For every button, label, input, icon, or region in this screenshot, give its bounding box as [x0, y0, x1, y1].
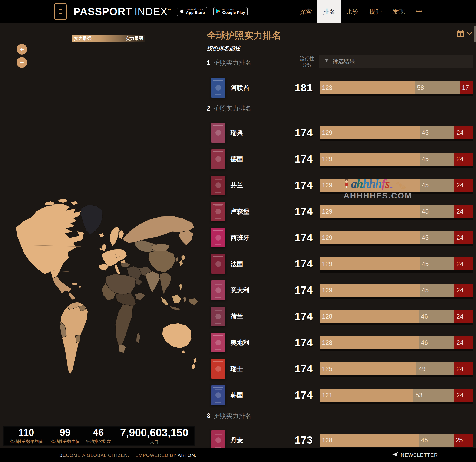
map-southern-africa[interactable] — [115, 304, 133, 346]
section-rank: 1 — [207, 59, 210, 66]
google-play-badge[interactable]: GET IT ON Google Play — [213, 7, 247, 16]
mobility-score: 174 — [283, 363, 313, 375]
segment-value: 123 — [322, 84, 332, 91]
list-header-row: 1护照实力排名 流行性 分数 筛选结果 — [207, 55, 476, 68]
segment-value: 24 — [457, 208, 463, 215]
bar-segment-visa-required: 24 — [454, 231, 473, 244]
newsletter-link[interactable]: NEWSLETTER — [392, 452, 438, 459]
segment-value: 49 — [419, 365, 425, 373]
ranking-row[interactable]: 丹麦1731284525 — [207, 430, 476, 448]
ranking-row[interactable]: 德国1741294524 — [207, 149, 476, 169]
country-name: 瑞士 — [230, 365, 283, 373]
nav-item-3[interactable]: 比较 — [341, 0, 364, 23]
country-name: 丹麦 — [230, 436, 283, 444]
mobility-score: 174 — [283, 206, 313, 218]
popularity-bar: 1284624 — [320, 310, 473, 323]
country-name: 意大利 — [230, 286, 283, 294]
section-rank: 2 — [207, 105, 210, 112]
passport-logo-icon[interactable] — [54, 3, 67, 20]
map-new-zealand[interactable] — [192, 358, 197, 370]
ranking-row[interactable]: 瑞士1741254924 — [207, 359, 476, 379]
map-horn-of-africa[interactable] — [135, 293, 145, 300]
world-map[interactable] — [9, 197, 204, 383]
mobility-score: 181 — [283, 82, 313, 94]
map-southeast-asia[interactable] — [160, 272, 171, 294]
map-greenland[interactable] — [81, 205, 103, 234]
ranking-row[interactable]: 芬兰1741294524 — [207, 175, 476, 195]
country-name: 瑞典 — [230, 129, 283, 137]
bar-segment-visa-on-arrival: 46 — [419, 310, 454, 323]
date-selector[interactable] — [457, 30, 472, 38]
map-tasmania[interactable] — [182, 350, 185, 354]
segment-value: 129 — [322, 234, 332, 241]
page-subtitle: 按照排名描述 — [207, 45, 476, 52]
ranking-row[interactable]: 西班牙1741294524 — [207, 228, 476, 248]
app-store-badge[interactable]: Download on the App Store — [177, 7, 207, 16]
bar-segment-visa-required: 25 — [454, 434, 473, 447]
map-indonesia[interactable] — [161, 294, 181, 305]
segment-value: 129 — [322, 287, 332, 294]
page-footer: BECOME A GLOBAL CITIZEN.EMPOWERED BY ART… — [0, 448, 476, 462]
nav-item-5[interactable]: 发现 — [387, 0, 410, 23]
map-papua[interactable] — [189, 298, 198, 305]
ranking-panel: 全球护照实力排名 按照排名描述 — [207, 23, 476, 448]
map-madagascar[interactable] — [136, 332, 140, 344]
section-label: 护照实力排名 — [214, 412, 251, 419]
nav-item-6[interactable]: ••• — [410, 0, 428, 23]
ranking-row[interactable]: 荷兰1741284624 — [207, 307, 476, 326]
popularity-bar: 1284624 — [320, 336, 473, 349]
nav-item-2[interactable]: 排名 — [317, 0, 341, 23]
ranking-row[interactable]: 阿联酋1811235817 — [207, 78, 476, 98]
bar-segment-visa-on-arrival: 45 — [419, 284, 454, 297]
map-russia-far-east[interactable] — [178, 231, 193, 246]
map-central-america[interactable] — [52, 276, 76, 300]
popularity-bar: 1294524 — [320, 126, 473, 139]
stat-item: 7,900,603,150人口 — [114, 427, 194, 445]
map-india[interactable] — [146, 271, 160, 293]
arton-label: ARTON. — [178, 453, 197, 458]
map-north-america[interactable] — [16, 204, 84, 279]
map-china[interactable] — [148, 251, 176, 272]
popularity-bar: 1294524 — [320, 153, 473, 165]
map-iceland[interactable] — [99, 233, 104, 238]
map-zoom-in-button[interactable]: + — [17, 44, 27, 55]
ranking-row[interactable]: 韩国1741215324 — [207, 385, 476, 405]
map-zoom-out-button[interactable]: − — [17, 57, 27, 68]
ranking-row[interactable]: 意大利1741294524 — [207, 280, 476, 300]
ranking-row[interactable]: 卢森堡1741294524 — [207, 202, 476, 221]
map-british-isles[interactable] — [100, 243, 106, 251]
nav-item-1[interactable]: 探索 — [294, 0, 317, 23]
map-sulawesi[interactable] — [183, 296, 187, 303]
bar-segment-visa-required: 24 — [454, 205, 473, 218]
map-korea[interactable] — [175, 257, 178, 262]
stat-label: 平均排名指数 — [86, 439, 111, 444]
segment-value: 24 — [457, 261, 463, 268]
map-japan[interactable] — [179, 255, 186, 266]
ranking-row[interactable]: 奥地利1741284624 — [207, 333, 476, 352]
ranking-row[interactable]: 法国1741294524 — [207, 254, 476, 274]
passport-thumbnail — [211, 333, 225, 352]
map-caribbean[interactable] — [72, 283, 81, 288]
popularity-bar: 1294524 — [320, 257, 473, 271]
map-scandinavia[interactable] — [110, 227, 124, 246]
map-australia[interactable] — [162, 323, 192, 348]
map-sa-bolivia[interactable] — [75, 335, 80, 343]
map-central-africa[interactable] — [116, 293, 136, 306]
nav-item-4[interactable]: 提升 — [364, 0, 387, 23]
bar-segment-visa-on-arrival: 45 — [419, 257, 454, 271]
map-java[interactable] — [169, 306, 180, 311]
map-italy[interactable] — [114, 265, 120, 275]
map-philippines[interactable] — [179, 283, 182, 290]
segment-value: 24 — [457, 365, 463, 373]
filter-results-control[interactable]: 筛选结果 — [319, 55, 473, 68]
scrollbar-thumb[interactable] — [474, 25, 476, 42]
section-rule — [207, 423, 297, 423]
bar-segment-visa-required: 24 — [454, 389, 473, 402]
map-south-america[interactable] — [60, 302, 88, 374]
ranking-row[interactable]: 瑞典1741294524 — [207, 123, 476, 142]
segment-value: 25 — [456, 437, 463, 444]
popularity-bar: 1215324 — [320, 389, 473, 402]
mobility-score: 174 — [283, 310, 313, 322]
segment-value: 128 — [322, 339, 332, 346]
map-south-africa[interactable] — [119, 345, 126, 353]
